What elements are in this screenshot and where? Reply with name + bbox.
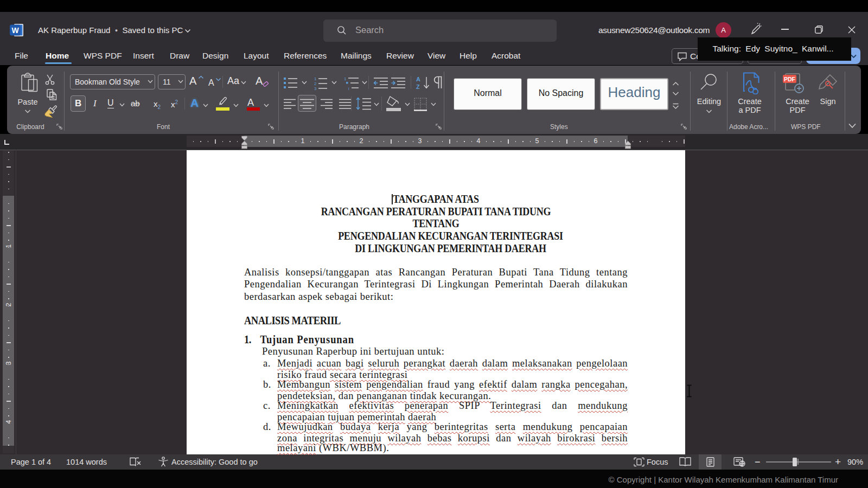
svg-text:1: 1 <box>344 76 347 81</box>
svg-text:i: i <box>348 86 349 90</box>
svg-text:2: 2 <box>314 81 317 86</box>
svg-text:W: W <box>11 26 19 35</box>
svg-text:PDF: PDF <box>784 76 796 82</box>
svg-text:3: 3 <box>314 86 317 90</box>
svg-text:1: 1 <box>314 76 317 81</box>
svg-text:Z: Z <box>416 84 420 90</box>
svg-text:A: A <box>416 76 420 82</box>
